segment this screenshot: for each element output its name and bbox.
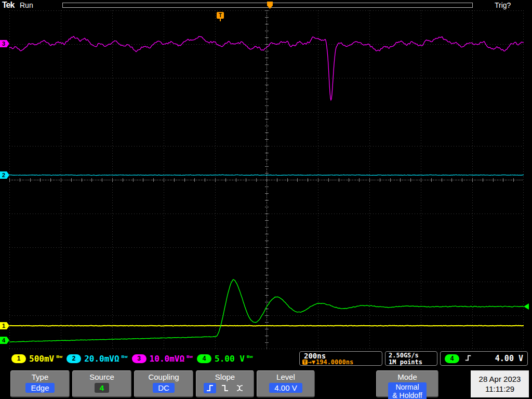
datetime-display: 28 Apr 2023 11:11:29 — [471, 370, 529, 397]
coupling-label: Coupling — [148, 373, 179, 381]
mode-value-line2: & Holdoff — [392, 391, 422, 399]
channel2-scale: 20.0mVΩ — [84, 354, 119, 364]
rising-slope-icon — [464, 354, 472, 364]
channel4-position-marker[interactable]: 4 — [0, 337, 9, 344]
trigger-readout: 4 4.00 V — [440, 351, 528, 366]
channel1-bandwidth-icon: Bw — [56, 354, 62, 359]
coupling-value: DC — [153, 383, 175, 393]
mode-label: Mode — [397, 373, 417, 381]
trigger-arrow-icon: →▼ — [308, 358, 315, 366]
channel3-scale: 10.0mVΩ — [150, 354, 184, 364]
trigger-time-marker[interactable]: T — [217, 12, 224, 19]
type-label: Type — [32, 373, 49, 381]
timebase-readout: 200ns T →▼ 194.0000ns — [299, 351, 382, 366]
channel1-position-marker[interactable]: 1 — [0, 322, 9, 329]
trigger-source-badge: 4 — [445, 354, 459, 363]
level-label: Level — [276, 373, 295, 381]
channel4-bandwidth-icon: Bw — [247, 354, 253, 359]
trigger-level-value: 4.00 V — [495, 354, 523, 363]
mode-value: Normal & Holdoff — [388, 382, 426, 399]
channel4-scale: 5.00 V — [215, 354, 245, 364]
trigger-status-label: Trig? — [495, 1, 511, 9]
record-length-value: 1M points — [389, 358, 422, 366]
trigger-level-arrow[interactable] — [524, 303, 529, 310]
channel2-position-marker[interactable]: 2 — [0, 171, 9, 179]
channel1-badge[interactable]: 1 — [11, 354, 26, 363]
trigger-position-value: 194.0000ns — [316, 358, 353, 366]
level-value: 4.00 V — [269, 383, 302, 393]
mode-value-line1: Normal — [392, 383, 422, 391]
either-slope-icon — [234, 383, 246, 393]
source-label: Source — [89, 373, 114, 381]
date-value: 28 Apr 2023 — [479, 374, 521, 384]
channel4-badge[interactable]: 4 — [197, 354, 211, 363]
trigger-time-marker-stem — [220, 19, 221, 21]
acquisition-readout: 2.50GS/s 1M points — [385, 351, 437, 366]
falling-slope-icon — [219, 383, 231, 393]
slope-label: Slope — [215, 373, 235, 381]
rising-slope-icon — [204, 383, 216, 393]
acquisition-status: Run — [20, 1, 33, 9]
trigger-t-icon: T — [302, 360, 308, 365]
channel-readouts: 1 500mV Bw 2 20.0mVΩ Bw 3 10.0mVΩ Bw 4 5… — [11, 352, 254, 365]
sample-rate-value: 2.50GS/s — [389, 352, 419, 359]
tek-logo: Tek — [2, 1, 14, 10]
slope-button[interactable]: Slope — [196, 370, 254, 397]
channel2-bandwidth-icon: Bw — [122, 354, 128, 359]
time-value: 11:11:29 — [485, 384, 514, 394]
slope-options — [204, 383, 246, 393]
channel3-badge[interactable]: 3 — [132, 354, 147, 363]
channel1-scale: 500mV — [29, 354, 54, 364]
channel2-badge[interactable]: 2 — [66, 354, 81, 363]
channel3-position-marker[interactable]: 3 — [0, 40, 9, 47]
trigger-position-readout: T →▼ 194.0000ns — [302, 358, 353, 366]
type-value: Edge — [25, 383, 54, 393]
level-button[interactable]: Level 4.00 V — [257, 370, 315, 397]
source-value: 4 — [95, 383, 109, 393]
source-button[interactable]: Source 4 — [72, 370, 131, 397]
mode-button[interactable]: Mode Normal & Holdoff — [376, 370, 438, 397]
waveform-display — [9, 10, 524, 349]
type-button[interactable]: Type Edge — [10, 370, 70, 397]
coupling-button[interactable]: Coupling DC — [134, 370, 193, 397]
channel3-bandwidth-icon: Bw — [187, 354, 193, 359]
